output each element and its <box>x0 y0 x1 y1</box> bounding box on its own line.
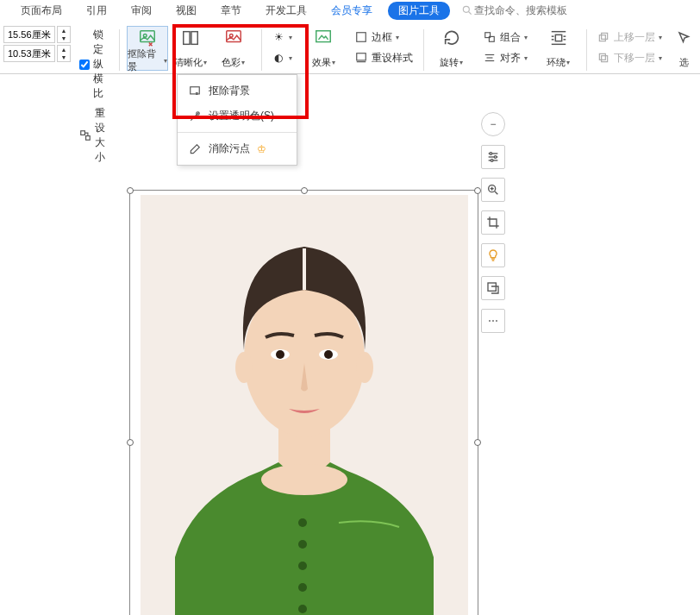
rotate-label: 旋转 <box>440 56 459 69</box>
ellipsis-icon: ⋯ <box>488 315 498 327</box>
resize-handle-tm[interactable] <box>301 187 308 194</box>
reset-style-label: 重设样式 <box>372 51 413 66</box>
side-idea-button[interactable] <box>481 243 505 267</box>
svg-rect-11 <box>357 33 366 42</box>
collapse-button[interactable]: − <box>481 112 505 136</box>
svg-rect-12 <box>357 53 366 60</box>
group-button[interactable]: 组合▾ <box>479 28 531 47</box>
svg-rect-18 <box>555 35 561 41</box>
move-down-button[interactable]: 下移一层▾ <box>593 48 666 67</box>
search-input[interactable] <box>474 4 595 16</box>
side-zoom-button[interactable] <box>481 178 505 202</box>
side-crop-button[interactable] <box>481 210 505 235</box>
sun-icon: ☀ <box>272 30 285 44</box>
minus-icon: − <box>490 118 496 130</box>
border-button[interactable]: 边框▾ <box>351 28 416 47</box>
menu-reference[interactable]: 引用 <box>74 0 119 22</box>
svg-line-53 <box>495 191 497 194</box>
caret-icon: ▾ <box>164 57 167 65</box>
brightness-button[interactable]: ☀▾ <box>268 28 296 47</box>
svg-rect-7 <box>191 32 197 45</box>
svg-rect-25 <box>602 33 608 39</box>
svg-rect-2 <box>81 131 85 135</box>
svg-rect-56 <box>488 283 496 291</box>
lock-aspect-row[interactable]: 锁定纵横比 <box>79 28 110 101</box>
side-properties-button[interactable] <box>481 145 505 169</box>
resize-handle-tr[interactable] <box>474 187 481 194</box>
svg-point-41 <box>356 352 373 383</box>
effect-icon <box>313 28 334 48</box>
move-down-icon <box>597 51 610 65</box>
reset-style-icon <box>354 51 368 65</box>
replace-icon <box>486 281 500 295</box>
effect-button[interactable]: 效果▾ <box>303 26 344 71</box>
align-button[interactable]: 对齐▾ <box>479 48 531 67</box>
search-icon <box>460 3 474 17</box>
resize-handle-mr[interactable] <box>474 439 481 446</box>
lock-aspect-checkbox[interactable] <box>79 60 90 70</box>
resize-handle-tl[interactable] <box>127 187 134 194</box>
side-more-button[interactable]: ⋯ <box>481 309 505 333</box>
menu-remove-bg[interactable]: 抠除背景 <box>178 78 297 104</box>
width-down[interactable]: ▼ <box>58 35 70 42</box>
svg-point-51 <box>491 160 493 162</box>
resize-handle-ml[interactable] <box>127 439 134 446</box>
crop-icon <box>486 216 500 229</box>
select-button[interactable]: 选 <box>672 26 697 71</box>
clarity-button[interactable]: 清晰化▾ <box>170 26 211 71</box>
menu-set-transparent[interactable]: 设置透明色(S) <box>178 104 297 129</box>
move-up-icon <box>597 30 610 44</box>
remove-bg-label: 抠除背景 <box>128 47 163 73</box>
group-label: 组合 <box>500 30 521 45</box>
svg-point-37 <box>298 583 307 592</box>
svg-point-0 <box>463 6 469 12</box>
menu-divider <box>178 132 297 133</box>
menu-review[interactable]: 审阅 <box>119 0 164 22</box>
side-replace-button[interactable] <box>481 276 505 300</box>
move-up-label: 上移一层 <box>614 30 655 45</box>
menu-view[interactable]: 视图 <box>164 0 209 22</box>
border-icon <box>354 30 368 44</box>
height-input[interactable] <box>3 45 55 62</box>
svg-rect-3 <box>86 136 91 141</box>
menu-page-layout[interactable]: 页面布局 <box>9 0 74 22</box>
menu-remove-spot[interactable]: 消除污点 ♔ <box>178 136 297 161</box>
menu-devtools[interactable]: 开发工具 <box>253 0 319 22</box>
width-input[interactable] <box>3 26 55 43</box>
height-stepper[interactable]: ▲▼ <box>57 45 71 62</box>
wrap-button[interactable]: 环绕▾ <box>538 26 579 71</box>
clarity-label: 清晰化 <box>174 56 203 69</box>
transparent-icon <box>188 110 202 123</box>
reset-style-button[interactable]: 重设样式 <box>351 48 416 67</box>
reset-size-label: 重设大小 <box>95 106 110 165</box>
menu-member[interactable]: 会员专享 <box>319 0 384 22</box>
width-stepper[interactable]: ▲▼ <box>57 26 71 43</box>
menu-chapter[interactable]: 章节 <box>209 0 253 22</box>
group-icon <box>483 30 497 44</box>
menu-set-transparent-label: 设置透明色(S) <box>209 109 274 123</box>
svg-point-35 <box>298 540 307 549</box>
contrast-icon: ◐ <box>272 51 285 65</box>
wrap-label: 环绕 <box>547 56 566 69</box>
context-tab-picture-tools[interactable]: 图片工具 <box>388 2 450 20</box>
contrast-button[interactable]: ◐▾ <box>268 48 296 67</box>
reset-size-icon <box>79 129 91 142</box>
portrait-image[interactable] <box>141 195 468 615</box>
width-up[interactable]: ▲ <box>58 27 70 35</box>
height-down[interactable]: ▼ <box>58 53 70 61</box>
command-search[interactable] <box>460 3 595 17</box>
height-up[interactable]: ▲ <box>58 46 70 53</box>
move-down-label: 下移一层 <box>614 51 655 66</box>
rotate-button[interactable]: 旋转▾ <box>431 26 472 71</box>
reset-size-button[interactable]: 重设大小 <box>79 106 110 165</box>
menu-remove-spot-label: 消除污点 <box>209 141 250 156</box>
size-group: ▲▼ ▲▼ <box>0 26 74 62</box>
svg-point-50 <box>494 156 497 159</box>
svg-point-49 <box>490 153 492 155</box>
move-up-button[interactable]: 上移一层▾ <box>593 28 666 47</box>
bulb-icon <box>486 248 500 262</box>
svg-point-43 <box>276 350 284 359</box>
remove-bg-button[interactable]: 抠除背景▾ <box>127 26 168 71</box>
color-button[interactable]: 色彩▾ <box>213 26 254 71</box>
zoom-icon <box>486 183 500 197</box>
